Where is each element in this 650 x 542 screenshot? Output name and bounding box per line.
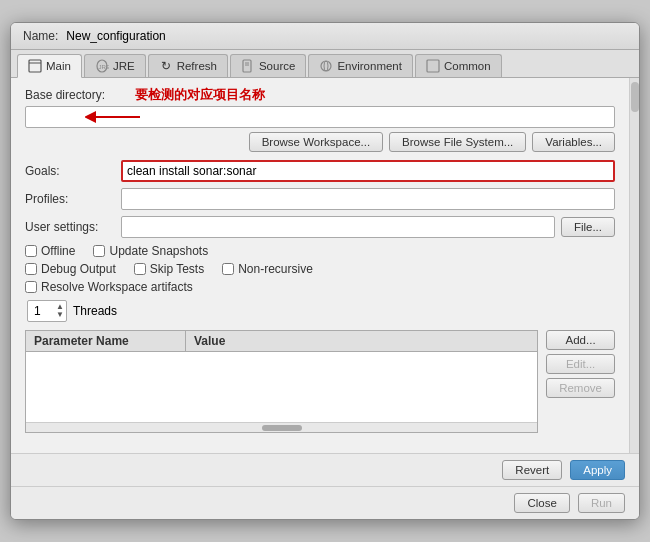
revert-button[interactable]: Revert xyxy=(502,460,562,480)
source-tab-icon xyxy=(241,59,255,73)
offline-label: Offline xyxy=(41,244,75,258)
scrollbar-thumb xyxy=(631,82,639,112)
svg-rect-4 xyxy=(243,60,251,72)
tab-source-label: Source xyxy=(259,60,295,72)
base-directory-label: Base directory: xyxy=(25,88,615,102)
spinner-controls[interactable]: ▲ ▼ xyxy=(56,303,64,319)
profiles-label: Profiles: xyxy=(25,192,115,206)
tab-main-label: Main xyxy=(46,60,71,72)
resolve-workspace-checkbox[interactable] xyxy=(25,281,37,293)
tab-environment[interactable]: Environment xyxy=(308,54,413,77)
tab-environment-label: Environment xyxy=(337,60,402,72)
svg-rect-9 xyxy=(427,60,439,72)
checkboxes-section: Offline Update Snapshots Debug Output Sk… xyxy=(25,244,615,294)
resolve-workspace-label: Resolve Workspace artifacts xyxy=(41,280,193,294)
main-panel: Base directory: 要检测的对应项目名称 xyxy=(11,78,629,453)
revert-apply-bar: Revert Apply xyxy=(11,453,639,486)
table-side-buttons: Add... Edit... Remove xyxy=(546,330,615,433)
debug-output-label: Debug Output xyxy=(41,262,116,276)
tab-jre[interactable]: JRE JRE xyxy=(84,54,146,77)
edit-button[interactable]: Edit... xyxy=(546,354,615,374)
name-value: New_configuration xyxy=(66,29,165,43)
user-settings-label: User settings: xyxy=(25,220,115,234)
goals-input[interactable] xyxy=(121,160,615,182)
browse-filesystem-button[interactable]: Browse File System... xyxy=(389,132,526,152)
title-bar: Name: New_configuration xyxy=(11,23,639,50)
user-settings-row: User settings: File... xyxy=(25,216,615,238)
threads-value: 1 xyxy=(30,304,41,318)
spinner-down[interactable]: ▼ xyxy=(56,311,64,319)
resolve-workspace-checkbox-item[interactable]: Resolve Workspace artifacts xyxy=(25,280,193,294)
tab-refresh[interactable]: ↻ Refresh xyxy=(148,54,228,77)
svg-point-7 xyxy=(321,61,331,71)
debug-output-checkbox-item[interactable]: Debug Output xyxy=(25,262,116,276)
parameter-table-container: Parameter Name Value Add... Edit... Remo… xyxy=(25,330,615,433)
browse-workspace-button[interactable]: Browse Workspace... xyxy=(249,132,383,152)
skip-tests-label: Skip Tests xyxy=(150,262,204,276)
parameter-table: Parameter Name Value xyxy=(25,330,538,433)
profiles-row: Profiles: xyxy=(25,188,615,210)
variables-button[interactable]: Variables... xyxy=(532,132,615,152)
update-snapshots-checkbox[interactable] xyxy=(93,245,105,257)
parameter-table-body xyxy=(26,352,537,422)
refresh-tab-icon: ↻ xyxy=(159,59,173,73)
threads-row: 1 ▲ ▼ Threads xyxy=(27,300,615,322)
skip-tests-checkbox-item[interactable]: Skip Tests xyxy=(134,262,204,276)
checkbox-row-1: Offline Update Snapshots xyxy=(25,244,615,258)
panel-area: Base directory: 要检测的对应项目名称 xyxy=(11,78,639,453)
name-label: Name: xyxy=(23,29,58,43)
tab-jre-label: JRE xyxy=(113,60,135,72)
non-recursive-checkbox-item[interactable]: Non-recursive xyxy=(222,262,313,276)
offline-checkbox-item[interactable]: Offline xyxy=(25,244,75,258)
param-col-value-header: Value xyxy=(186,331,537,351)
profiles-input[interactable] xyxy=(121,188,615,210)
close-run-bar: Close Run xyxy=(11,486,639,519)
tab-common-label: Common xyxy=(444,60,491,72)
file-button[interactable]: File... xyxy=(561,217,615,237)
goals-label: Goals: xyxy=(25,164,115,178)
threads-spinner: 1 ▲ ▼ xyxy=(27,300,67,322)
tab-main[interactable]: Main xyxy=(17,54,82,78)
debug-output-checkbox[interactable] xyxy=(25,263,37,275)
annotation-arrow xyxy=(85,108,145,129)
table-scroll-thumb xyxy=(262,425,302,431)
add-button[interactable]: Add... xyxy=(546,330,615,350)
svg-text:JRE: JRE xyxy=(98,64,109,70)
tab-refresh-label: Refresh xyxy=(177,60,217,72)
param-col-name-header: Parameter Name xyxy=(26,331,186,351)
table-scroll-indicator xyxy=(26,422,537,432)
apply-button[interactable]: Apply xyxy=(570,460,625,480)
run-button[interactable]: Run xyxy=(578,493,625,513)
tab-bar: Main JRE JRE ↻ Refresh Source Environmen… xyxy=(11,50,639,78)
close-button[interactable]: Close xyxy=(514,493,569,513)
main-dialog: Name: New_configuration Main JRE JRE ↻ R… xyxy=(10,22,640,520)
offline-checkbox[interactable] xyxy=(25,245,37,257)
svg-rect-0 xyxy=(29,60,41,72)
user-settings-input[interactable] xyxy=(121,216,555,238)
annotation-text: 要检测的对应项目名称 xyxy=(135,86,265,104)
parameter-table-header: Parameter Name Value xyxy=(26,331,537,352)
update-snapshots-label: Update Snapshots xyxy=(109,244,208,258)
common-tab-icon xyxy=(426,59,440,73)
right-scrollbar[interactable] xyxy=(629,78,639,453)
tab-common[interactable]: Common xyxy=(415,54,502,77)
update-snapshots-checkbox-item[interactable]: Update Snapshots xyxy=(93,244,208,258)
non-recursive-checkbox[interactable] xyxy=(222,263,234,275)
threads-label: Threads xyxy=(73,304,117,318)
browse-buttons-row: Browse Workspace... Browse File System..… xyxy=(25,132,615,152)
goals-row: Goals: xyxy=(25,160,615,182)
tab-source[interactable]: Source xyxy=(230,54,306,77)
main-tab-icon xyxy=(28,59,42,73)
svg-point-8 xyxy=(324,61,328,71)
remove-button[interactable]: Remove xyxy=(546,378,615,398)
base-directory-section: Base directory: 要检测的对应项目名称 xyxy=(25,88,615,152)
skip-tests-checkbox[interactable] xyxy=(134,263,146,275)
checkbox-row-3: Resolve Workspace artifacts xyxy=(25,280,615,294)
checkbox-row-2: Debug Output Skip Tests Non-recursive xyxy=(25,262,615,276)
jre-tab-icon: JRE xyxy=(95,59,109,73)
non-recursive-label: Non-recursive xyxy=(238,262,313,276)
environment-tab-icon xyxy=(319,59,333,73)
